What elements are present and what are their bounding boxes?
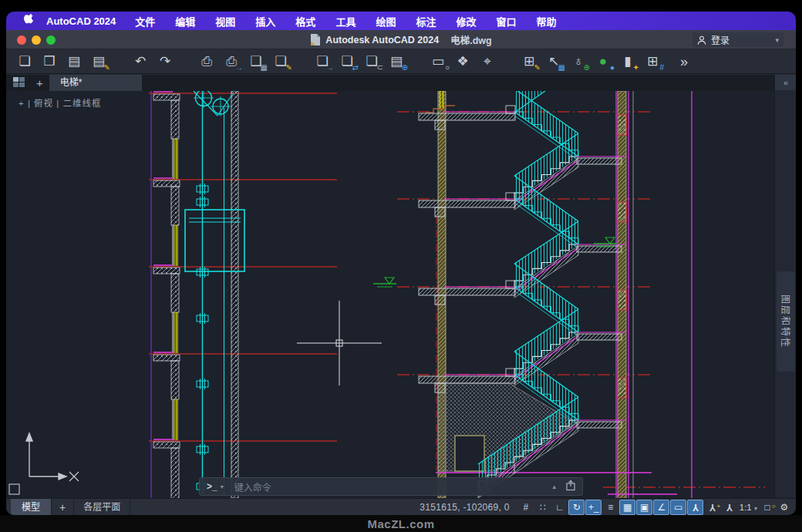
undo-icon[interactable]: ↶ [130,52,150,71]
copy-clip-icon[interactable]: ❑▦ [246,52,266,71]
menu-item-7[interactable]: 标注 [406,16,446,28]
dynamic-input-button[interactable]: +_ [585,500,602,515]
annotation-scale-control[interactable]: 1:1 ▾ [740,503,757,512]
quick-access-toolbar: ❏❒▤▤✎↶↷⎙⎙→❑▦❏✎❏→❏⇄❏⊂▤⊕▭○❖⌖⊞✎↖▦♁⊕●●▮✦⊞# » [6,50,796,74]
open-file-icon[interactable]: ❒ [39,52,59,71]
annotation-scale-person-button[interactable]: Y [721,500,737,515]
login-caret-icon[interactable]: ▾ [775,36,779,44]
transparency-button[interactable]: ▦ [619,500,635,515]
color-palette-icon[interactable]: ●● [593,52,613,71]
command-input-placeholder[interactable]: 键入命令 [234,480,271,493]
login-button[interactable]: 登录 ▾ [692,32,783,47]
edit-drawing-accent: ✎ [286,64,292,72]
grid-mode-button[interactable]: # [517,500,534,515]
apple-menu-icon[interactable] [17,14,40,29]
zoom-window-icon[interactable]: ▭○ [428,52,448,71]
toolbar-overflow-icon[interactable]: » [680,54,688,70]
menu-item-8[interactable]: 修改 [446,16,486,28]
model-space-tab[interactable]: 模型 [11,499,51,516]
properties-palette-accent: ✎ [534,64,541,72]
polar-tracking-button[interactable]: ↻ [568,500,585,515]
traction-pulley[interactable] [194,91,234,116]
annotation-autoscale-button[interactable]: Y+ [704,500,720,515]
export-accent: ⇄ [352,64,359,72]
autocad-window: Autodesk AutoCAD 2024 电梯.dwg 登录 ▾ ❏❒▤▤✎↶… [6,30,796,515]
save-as-icon[interactable]: ▤✎ [89,52,109,71]
drawing-canvas[interactable]: + | 俯视 | 二维线框 >_ ▾ 键入命令 ▴ [6,91,774,498]
menu-item-1[interactable]: 编辑 [165,16,205,28]
crosshair-cursor[interactable] [297,301,382,386]
quick-select-icon[interactable]: ↖▦ [544,52,564,71]
left-elevator-section[interactable] [149,91,337,498]
menubar-app-name[interactable]: AutoCAD 2024 [46,15,116,27]
elevation-marker [373,278,396,287]
new-file-icon[interactable]: ❏ [15,52,35,71]
data-extraction-icon[interactable]: ▮✦ [618,52,638,71]
menu-bar: AutoCAD 2024 文件编辑视图插入格式工具绘图标注修改窗口帮助 [6,12,796,30]
shaft-right-wall[interactable] [231,91,238,498]
batch-print-accent: → [235,64,243,72]
save-as-accent: ✎ [104,64,110,72]
viewport-controls[interactable]: + | 俯视 | 二维线框 [19,96,101,109]
quick-select-accent: ▦ [558,64,565,72]
attach-icon[interactable]: ❏⊂ [362,52,382,71]
properties-palette-icon[interactable]: ⊞✎ [519,52,539,71]
ortho-mode-button[interactable]: ∟ [551,500,568,515]
title-file-text: 电梯.dwg [450,32,491,47]
layers-properties-panel-tab[interactable]: 图层和特性 [777,271,795,372]
orbit-icon[interactable]: ⌖ [477,52,497,71]
lineweight-button[interactable]: ≡ [602,500,618,515]
snap-mode-button[interactable]: ∷ [534,500,551,515]
save-web-icon[interactable]: ▤⊕ [386,52,406,71]
share-icon[interactable] [565,480,576,494]
selection-cycling-button[interactable]: ▣ [636,500,652,515]
batch-print-icon[interactable]: ⎙→ [221,52,241,71]
layout-tab-floors[interactable]: 各层平面 [74,499,130,516]
menu-item-10[interactable]: 帮助 [526,16,566,28]
print-icon[interactable]: ⎙ [197,52,217,71]
zoom-window-accent: ○ [445,64,450,72]
menu-item-4[interactable]: 格式 [285,16,325,28]
sheet-set-accent: # [659,64,664,72]
login-label: 登录 [711,33,730,46]
new-drawing-tab-button[interactable]: + [30,75,49,91]
drawing-tab-elevator[interactable]: 电梯* [49,75,142,91]
command-prompt-icon: >_ [207,481,217,492]
panel-tab-label: 图层和特性 [780,295,793,348]
pan-icon[interactable]: ❖ [453,52,473,71]
isolate-objects-button[interactable]: □○ [760,500,776,515]
import-accent: → [326,64,334,72]
attach-accent: ⊂ [377,64,383,72]
menu-item-2[interactable]: 视图 [205,16,245,28]
redo-icon[interactable]: ↷ [155,52,175,71]
menu-item-6[interactable]: 绘图 [366,16,406,28]
new-layout-button[interactable]: + [51,499,74,516]
status-bar: 模型 + 各层平面 3151615, -102069, 0 #∷∟↻+_≡▦▣∠… [6,498,796,515]
menu-item-0[interactable]: 文件 [125,16,165,28]
right-panel-strip: « 图层和特性 [774,75,796,498]
menu-items: 文件编辑视图插入格式工具绘图标注修改窗口帮助 [125,14,566,29]
annotation-visibility-button[interactable]: Y [687,500,703,515]
elevation-marker [594,237,617,247]
menu-item-3[interactable]: 插入 [245,16,285,28]
settings-gear-button[interactable]: ⚙ [777,500,793,515]
menu-item-9[interactable]: 窗口 [486,16,526,28]
right-staircase-section[interactable] [373,91,765,498]
edit-drawing-icon[interactable]: ❏✎ [271,52,291,71]
geolocation-icon[interactable]: ♁⊕ [568,52,588,71]
save-icon[interactable]: ▤ [64,52,84,71]
command-line-bar[interactable]: >_ ▾ 键入命令 ▴ [199,477,583,496]
panel-collapse-icon[interactable]: « [775,75,796,90]
angle-snap-button[interactable]: ∠ [653,500,669,515]
title-bar[interactable]: Autodesk AutoCAD 2024 电梯.dwg 登录 ▾ [6,30,796,49]
data-extraction-accent: ✦ [633,64,639,72]
tab-grid-icon[interactable] [13,77,25,88]
command-collapse-icon[interactable]: ▴ [552,483,556,490]
export-icon[interactable]: ❏⇄ [337,52,357,71]
save-web-accent: ⊕ [402,64,408,72]
menu-item-5[interactable]: 工具 [325,16,366,28]
command-dropdown-icon[interactable]: ▾ [221,483,224,490]
object-snap-button[interactable]: ▭ [670,500,686,515]
import-icon[interactable]: ❏→ [312,52,332,71]
sheet-set-icon[interactable]: ⊞# [642,52,662,71]
